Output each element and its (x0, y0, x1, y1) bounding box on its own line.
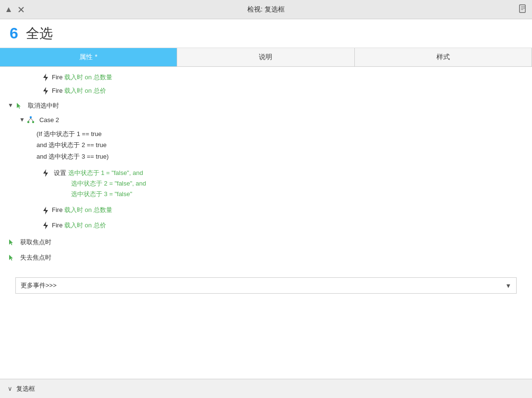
lightning-icon-3 (42, 206, 49, 214)
set-green-1: 选中状态于 1 = "false", and (68, 169, 143, 176)
more-events-container: 更多事件>>> ▼ (0, 264, 532, 303)
set-action-label: 设置 选中状态于 1 = "false", and 选中状态于 2 = "fal… (54, 168, 146, 199)
set-green-3: 选中状态于 3 = "false" (54, 190, 132, 198)
svg-marker-8 (43, 87, 48, 95)
node-icon-case2 (27, 116, 35, 124)
svg-marker-7 (43, 74, 48, 81)
cursor-icon-blur (8, 253, 15, 261)
title-bar-left-icons (5, 6, 25, 13)
fire-3-label: Fire 载入时 on 总数量 (52, 205, 112, 215)
case2-label: Case 2 (39, 115, 59, 125)
svg-rect-3 (520, 5, 525, 12)
event-deselect: ▼ 取消选中时 (0, 99, 532, 112)
svg-marker-18 (9, 239, 13, 245)
event-fire-3: Fire 载入时 on 总数量 (0, 203, 532, 217)
fire-3-green: 载入时 on 总数量 (64, 206, 112, 213)
minimize-icon[interactable] (5, 6, 12, 13)
title-bar: 检视: 复选框 (0, 0, 532, 19)
event-blur: 失去焦点时 (0, 251, 532, 264)
event-fire-4: Fire 载入时 on 总价 (0, 219, 532, 232)
condition-line-3: and 选中状态于 3 == true) (36, 151, 109, 162)
svg-line-13 (28, 118, 31, 121)
lightning-icon-set (42, 169, 49, 177)
tab-style[interactable]: 样式 (355, 48, 532, 66)
dropdown-arrow-icon: ▼ (505, 282, 511, 289)
fire-2-green: 载入时 on 总价 (64, 87, 106, 94)
focus-label: 获取焦点时 (20, 237, 51, 247)
svg-marker-16 (43, 207, 48, 214)
deselect-label: 取消选中时 (28, 101, 59, 111)
svg-marker-9 (17, 103, 21, 109)
more-events-button[interactable]: 更多事件>>> ▼ (15, 277, 517, 294)
event-condition: (If 选中状态于 1 == true and 选中状态于 2 == true … (0, 126, 532, 164)
close-icon[interactable] (17, 6, 25, 13)
more-events-text: 更多事件>>> (21, 281, 57, 290)
fire-2-label: Fire 载入时 on 总价 (52, 86, 106, 96)
events-panel: Fire 载入时 on 总数量 Fire 载入时 on 总价 ▼ 取消选中时 (0, 67, 532, 307)
svg-marker-15 (43, 169, 48, 177)
svg-line-14 (31, 118, 33, 121)
svg-marker-17 (43, 222, 48, 229)
lightning-icon-1 (42, 73, 49, 82)
condition-line-1: (If 选中状态于 1 == true (36, 128, 109, 139)
tab-asterisk: * (95, 53, 97, 61)
tab-properties[interactable]: 属性* (0, 48, 177, 66)
fire-1-green: 载入时 on 总数量 (64, 74, 112, 81)
set-green-2: 选中状态于 2 = "false", and (54, 180, 146, 187)
blur-label: 失去焦点时 (20, 253, 51, 262)
tab-style-label: 样式 (436, 53, 450, 61)
tabs-bar: 属性* 说明 样式 (0, 48, 532, 67)
cursor-icon-deselect (15, 101, 23, 110)
title-bar-right (519, 4, 527, 14)
condition-text: (If 选中状态于 1 == true and 选中状态于 2 == true … (31, 128, 109, 162)
bottom-label: 复选框 (16, 385, 35, 393)
lightning-icon-2 (42, 87, 49, 95)
event-fire-2: Fire 载入时 on 总价 (0, 84, 532, 98)
svg-marker-0 (6, 7, 11, 12)
fire-4-green: 载入时 on 总价 (64, 222, 106, 229)
lightning-icon-4 (42, 221, 49, 230)
fire-4-label: Fire 载入时 on 总价 (52, 221, 106, 230)
event-set-action: 设置 选中状态于 1 = "false", and 选中状态于 2 = "fal… (0, 166, 532, 201)
file-icon (519, 4, 527, 13)
window-title: 检视: 复选框 (247, 5, 285, 14)
main-content: Fire 载入时 on 总数量 Fire 载入时 on 总价 ▼ 取消选中时 (0, 67, 532, 379)
bottom-section: ∨ 复选框 (0, 379, 532, 398)
svg-rect-12 (32, 121, 34, 123)
event-fire-1: Fire 载入时 on 总数量 (0, 71, 532, 84)
tab-description[interactable]: 说明 (177, 48, 354, 66)
condition-line-2: and 选中状态于 2 == true (36, 139, 109, 150)
fire-1-label: Fire 载入时 on 总数量 (52, 73, 112, 82)
page-title: 全选 (26, 25, 53, 43)
event-focus: 获取焦点时 (0, 236, 532, 249)
deselect-arrow: ▼ (8, 102, 13, 109)
svg-marker-19 (9, 255, 13, 261)
event-case2: ▼ Case 2 (0, 113, 532, 127)
bottom-expand-icon[interactable]: ∨ (8, 385, 12, 392)
tab-properties-label: 属性 (79, 53, 93, 61)
page-number: 6 (10, 25, 18, 42)
svg-rect-11 (27, 121, 29, 123)
svg-rect-10 (30, 116, 32, 118)
cursor-icon-focus (8, 238, 15, 246)
case2-arrow: ▼ (19, 116, 25, 123)
tab-description-label: 说明 (259, 53, 272, 61)
page-header: 6 全选 (0, 19, 532, 48)
